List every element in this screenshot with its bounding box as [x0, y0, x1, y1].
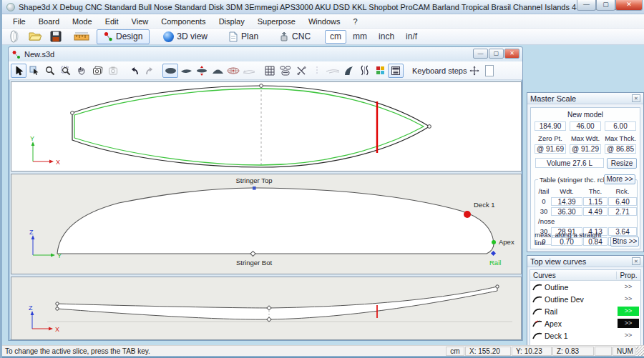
slices-panel-icon[interactable]: [278, 64, 293, 78]
nose-control-point[interactable]: [428, 125, 431, 129]
table-cell[interactable]: 1.15: [583, 197, 608, 206]
table-cell[interactable]: 4.49: [583, 207, 608, 216]
center-control-point[interactable]: [260, 84, 263, 88]
measure-icon[interactable]: [73, 29, 90, 44]
unit-cm-button[interactable]: cm: [325, 30, 346, 44]
menu-board[interactable]: Board: [32, 16, 66, 27]
max-wdt-value[interactable]: @ 91.29: [570, 144, 601, 154]
thickness-view-icon[interactable]: [210, 64, 225, 78]
redo-icon[interactable]: [142, 64, 157, 78]
table-cell[interactable]: 14.39: [551, 197, 582, 206]
zoom-region-tool-icon[interactable]: [58, 64, 74, 78]
curve-row-outline-dev[interactable]: Outline Dev >>: [530, 293, 640, 305]
master-scale-close-icon[interactable]: ✕: [632, 94, 640, 102]
menu-help[interactable]: ?: [347, 16, 364, 27]
document-title-bar[interactable]: New.s3d — ▢ ✕: [9, 47, 522, 61]
side-view-panel[interactable]: Z X: [11, 277, 522, 340]
tail-deck-point[interactable]: [56, 302, 59, 305]
nose-point[interactable]: [496, 285, 499, 288]
slice-shape[interactable]: [57, 188, 494, 254]
length-field[interactable]: 184.90: [535, 121, 566, 131]
unit-inf-button[interactable]: in/f: [401, 30, 422, 44]
close-button[interactable]: ✕: [615, 0, 643, 11]
menu-file[interactable]: File: [6, 16, 32, 27]
grid-icon[interactable]: [262, 64, 278, 78]
curve-prop-button[interactable]: >>: [618, 319, 639, 328]
menu-mode[interactable]: Mode: [66, 16, 99, 27]
curve-prop-button[interactable]: >>: [618, 331, 639, 340]
pointer-tool-icon[interactable]: [11, 64, 26, 78]
slice-view-icon[interactable]: [194, 64, 210, 78]
design-mode-button[interactable]: Design: [97, 29, 150, 44]
outline-view-icon[interactable]: [162, 64, 178, 78]
rail-point[interactable]: [491, 251, 496, 256]
top-view-panel[interactable]: Y X: [11, 81, 522, 171]
curve-prop-button[interactable]: >>: [618, 294, 639, 304]
undo-icon[interactable]: [126, 64, 142, 78]
max-thck-value[interactable]: @ 86.85: [605, 144, 636, 154]
curve-row-outline[interactable]: Outline >>: [530, 281, 640, 293]
document-close-button[interactable]: ✕: [504, 49, 519, 59]
slice-view-panel[interactable]: Stringer Top Deck 1 Apex Rail Stringer B…: [11, 174, 522, 274]
new-board-icon[interactable]: [6, 29, 23, 44]
curves-panel-title-bar[interactable]: Top view curves ✕: [527, 256, 643, 267]
rocker-view-icon[interactable]: [178, 64, 194, 78]
cut-slice-icon[interactable]: [293, 64, 309, 78]
color-layers-icon[interactable]: [372, 64, 388, 78]
document-restore-button[interactable]: ▢: [489, 49, 504, 59]
rail-curve-green[interactable]: [74, 89, 424, 165]
apex-point[interactable]: [492, 240, 496, 244]
board-mesh-view-icon[interactable]: [225, 64, 241, 78]
menu-view[interactable]: View: [125, 16, 155, 27]
rocker-shape[interactable]: [57, 287, 497, 319]
zero-pt-value[interactable]: @ 91.69: [535, 144, 566, 154]
move-steps-icon[interactable]: [467, 64, 482, 78]
resize-grip[interactable]: [636, 347, 644, 356]
fin-icon[interactable]: [341, 64, 356, 78]
snapshot-multi-icon[interactable]: [89, 64, 105, 78]
master-scale-title-bar[interactable]: Master Scale ✕: [527, 93, 643, 104]
outline-curve[interactable]: [72, 86, 429, 167]
menu-superpose[interactable]: Superpose: [251, 16, 302, 27]
guideline-icon[interactable]: [309, 64, 325, 78]
zoom-tool-icon[interactable]: [42, 64, 58, 78]
title-bar[interactable]: Shape3d X Debug CNC Standard Bull Nose S…: [2, 0, 644, 14]
save-icon[interactable]: [47, 29, 64, 44]
curve-prop-button[interactable]: >>: [618, 307, 639, 316]
resize-button[interactable]: Resize: [607, 158, 637, 169]
curve-row-apex[interactable]: Apex >>: [530, 317, 640, 329]
menu-windows[interactable]: Windows: [302, 16, 347, 27]
deck1-point[interactable]: [464, 211, 471, 218]
table-cell[interactable]: 2.71: [608, 207, 637, 216]
curve-row-rail[interactable]: Rail >>: [530, 305, 640, 317]
open-folder-icon[interactable]: [26, 29, 44, 44]
flow-lines-icon[interactable]: [325, 64, 341, 78]
unit-inch-button[interactable]: inch: [374, 30, 399, 44]
curves-panel-close-icon[interactable]: ✕: [632, 257, 640, 265]
btns-button[interactable]: Btns >>: [610, 237, 639, 247]
tail-control-point[interactable]: [71, 111, 74, 115]
minimize-button[interactable]: —: [577, 0, 596, 11]
maximize-button[interactable]: ▢: [596, 0, 615, 11]
thickness-field[interactable]: 6.00: [605, 121, 636, 131]
table-cell[interactable]: 36.30: [551, 207, 582, 216]
select-points-tool-icon[interactable]: [26, 64, 42, 78]
rocker-lines-icon[interactable]: [241, 64, 257, 78]
menu-display[interactable]: Display: [213, 16, 251, 27]
menu-edit[interactable]: Edit: [99, 16, 125, 27]
menu-components[interactable]: Components: [155, 16, 212, 27]
plan-mode-button[interactable]: Plan: [221, 29, 265, 44]
properties-panel-icon[interactable]: [388, 64, 404, 78]
width-field[interactable]: 46.00: [570, 121, 601, 131]
document-minimize-button[interactable]: —: [473, 49, 488, 59]
curve-row-deck1[interactable]: Deck 1 >>: [530, 329, 640, 342]
keyboard-steps-input[interactable]: [485, 65, 494, 76]
stringer-top-point[interactable]: [253, 187, 256, 190]
curve-prop-button[interactable]: >>: [618, 282, 639, 292]
unit-mm-button[interactable]: mm: [348, 30, 372, 44]
snapshot-icon[interactable]: [105, 64, 121, 78]
3d-view-mode-button[interactable]: 3D view: [156, 29, 215, 44]
tail-bottom-point[interactable]: [56, 307, 59, 310]
cnc-mode-button[interactable]: CNC: [272, 29, 318, 44]
more-button[interactable]: More >>: [604, 174, 635, 184]
